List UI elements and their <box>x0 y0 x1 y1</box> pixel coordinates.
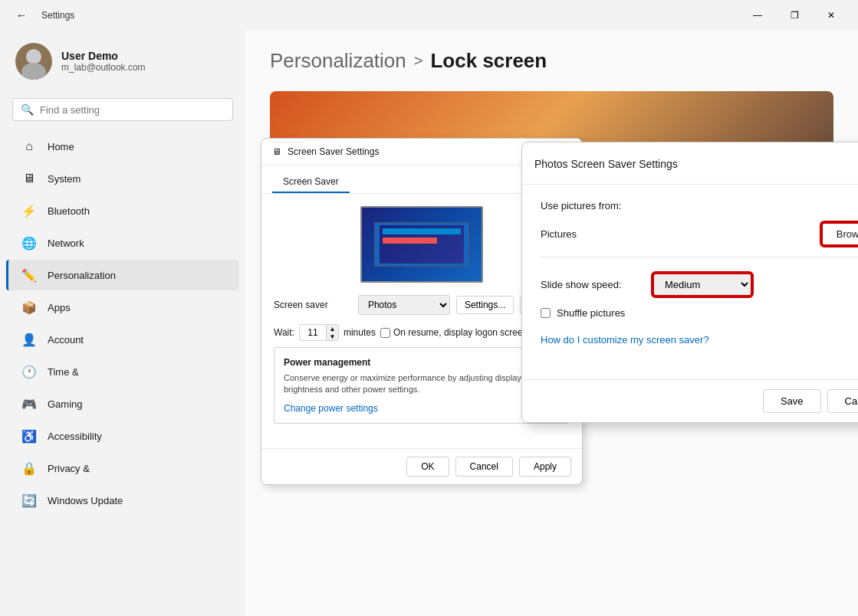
sidebar-item-windows-update[interactable]: 🔄 Windows Update <box>6 485 239 516</box>
screen-saver-tab[interactable]: Screen Saver <box>272 172 350 193</box>
sidebar-item-bluetooth[interactable]: ⚡ Bluetooth <box>6 195 239 226</box>
svg-point-0 <box>26 49 41 64</box>
wait-label: Wait: <box>274 327 294 338</box>
screen-saver-dialog-icon: 🖥 <box>272 146 281 157</box>
sidebar-item-home[interactable]: ⌂ Home <box>6 131 239 162</box>
breadcrumb-current: Lock screen <box>430 49 547 73</box>
power-desc: Conserve energy or maximize performance … <box>284 372 560 396</box>
spin-buttons: ▲ ▼ <box>326 325 338 340</box>
sidebar-item-label: Network <box>48 238 84 249</box>
sidebar-item-apps[interactable]: 📦 Apps <box>6 292 239 323</box>
screen-saver-select-label: Screen saver <box>274 300 328 310</box>
sidebar-item-account[interactable]: 👤 Account <box>6 324 239 355</box>
apps-icon: 📦 <box>21 300 37 315</box>
shuffle-row: Shuffle pictures <box>541 307 858 319</box>
spin-down-button[interactable]: ▼ <box>326 333 338 340</box>
cancel-button[interactable]: Cancel <box>455 457 513 477</box>
account-icon: 👤 <box>21 332 37 347</box>
slideshow-speed-row: Slide show speed: Medium <box>541 273 858 297</box>
home-icon: ⌂ <box>21 139 37 154</box>
sidebar-item-label: Windows Update <box>48 495 123 506</box>
breadcrumb-separator: > <box>414 52 423 70</box>
photos-dialog-header: Photos Screen Saver Settings ✕ <box>522 143 858 185</box>
sidebar: User Demo m_lab@outlook.com 🔍 ⌂ Home 🖥 S… <box>0 31 245 616</box>
on-resume-row: On resume, display logon screen <box>380 327 528 338</box>
sidebar-item-label: Account <box>48 334 84 346</box>
pictures-label: Pictures <box>541 228 577 240</box>
sidebar-item-privacy[interactable]: 🔒 Privacy & <box>6 453 239 483</box>
breadcrumb: Personalization > Lock screen <box>270 49 833 73</box>
sidebar-item-accessibility[interactable]: ♿ Accessibility <box>6 421 239 451</box>
search-icon: 🔍 <box>21 103 34 116</box>
photos-dialog-title: Photos Screen Saver Settings <box>534 158 678 170</box>
spin-up-button[interactable]: ▲ <box>326 325 338 333</box>
user-section: User Demo m_lab@outlook.com <box>0 31 245 95</box>
preview-mini <box>362 208 482 281</box>
sidebar-item-network[interactable]: 🌐 Network <box>6 228 239 258</box>
cancel-button[interactable]: Cancel <box>827 389 858 413</box>
sidebar-item-system[interactable]: 🖥 System <box>6 163 239 194</box>
sidebar-item-label: Apps <box>48 302 71 313</box>
bluetooth-icon: ⚡ <box>21 203 37 218</box>
pictures-row: Pictures Browse... <box>541 222 858 257</box>
sidebar-item-label: Gaming <box>48 398 83 410</box>
sidebar-item-label: Accessibility <box>48 431 102 442</box>
settings-button[interactable]: Settings... <box>456 296 514 314</box>
sidebar-item-label: Home <box>48 141 74 152</box>
minimize-button[interactable]: — <box>740 4 775 27</box>
wait-input[interactable]: 11 <box>300 326 326 339</box>
avatar <box>15 43 52 80</box>
photos-dialog-body: Use pictures from: Pictures Browse... Sl… <box>522 185 858 379</box>
window-controls: — ❐ ✕ <box>740 4 849 27</box>
save-button[interactable]: Save <box>763 389 821 413</box>
system-icon: 🖥 <box>21 171 37 186</box>
sidebar-item-label: System <box>48 173 81 185</box>
gaming-icon: 🎮 <box>21 396 37 411</box>
main-content: Personalization > Lock screen Start back… <box>245 31 858 616</box>
apply-button[interactable]: Apply <box>519 457 571 477</box>
accessibility-icon: ♿ <box>21 428 37 444</box>
close-button[interactable]: ✕ <box>814 4 849 27</box>
sidebar-item-label: Privacy & <box>48 463 90 474</box>
time-icon: 🕐 <box>21 364 37 379</box>
minutes-label: minutes <box>344 327 376 338</box>
screen-saver-dialog-footer: OK Cancel Apply <box>261 448 582 484</box>
wait-spinner[interactable]: 11 ▲ ▼ <box>299 324 339 341</box>
main-layout: User Demo m_lab@outlook.com 🔍 ⌂ Home 🖥 S… <box>0 31 858 616</box>
sidebar-item-gaming[interactable]: 🎮 Gaming <box>6 388 239 419</box>
user-email: m_lab@outlook.com <box>61 62 146 73</box>
search-input[interactable] <box>40 104 225 116</box>
how-to-customize-link[interactable]: How do I customize my screen saver? <box>541 334 858 346</box>
user-info: User Demo m_lab@outlook.com <box>61 50 146 73</box>
shuffle-label: Shuffle pictures <box>557 307 625 319</box>
speed-select[interactable]: Medium <box>653 273 752 297</box>
on-resume-label: On resume, display logon screen <box>393 327 528 338</box>
sidebar-item-label: Bluetooth <box>48 205 90 217</box>
photos-screen-saver-dialog: Photos Screen Saver Settings ✕ Use pictu… <box>521 142 858 423</box>
browse-button[interactable]: Browse... <box>821 222 858 246</box>
svg-point-1 <box>21 63 46 80</box>
search-box[interactable]: 🔍 <box>12 98 233 121</box>
power-title: Power management <box>284 357 560 368</box>
on-resume-checkbox[interactable] <box>380 328 390 338</box>
user-name: User Demo <box>61 50 146 62</box>
power-link[interactable]: Change power settings <box>284 403 378 414</box>
sidebar-item-personalization[interactable]: ✏️ Personalization <box>6 260 239 290</box>
back-button[interactable]: ← <box>9 3 34 28</box>
slideshow-speed-label: Slide show speed: <box>541 279 640 290</box>
breadcrumb-parent: Personalization <box>270 49 406 73</box>
title-bar: ← Settings — ❐ ✕ <box>0 0 858 31</box>
screen-saver-preview <box>360 206 483 283</box>
photos-dialog-footer: Save Cancel <box>522 379 858 422</box>
use-pictures-from-label: Use pictures from: <box>541 200 858 211</box>
shuffle-checkbox[interactable] <box>541 308 551 318</box>
network-icon: 🌐 <box>21 235 37 251</box>
sidebar-item-label: Personalization <box>48 270 116 281</box>
sidebar-item-label: Time & <box>48 366 79 378</box>
windows-update-icon: 🔄 <box>21 493 37 508</box>
personalization-icon: ✏️ <box>21 267 37 283</box>
screen-saver-select[interactable]: Photos <box>358 295 450 315</box>
sidebar-item-time[interactable]: 🕐 Time & <box>6 356 239 387</box>
ok-button[interactable]: OK <box>406 457 449 477</box>
maximize-button[interactable]: ❐ <box>777 4 812 27</box>
